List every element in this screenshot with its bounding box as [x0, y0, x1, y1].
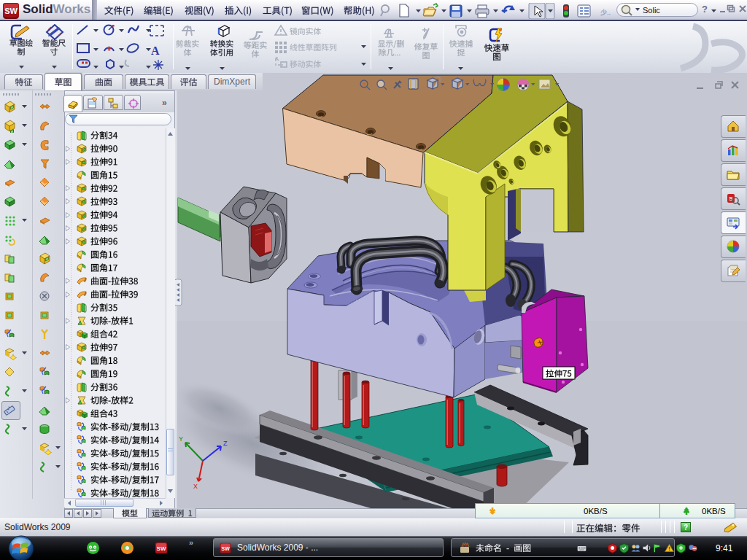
- svg-text:少..: 少..: [600, 9, 611, 16]
- svg-text:!: !: [668, 545, 670, 552]
- svg-text:SW: SW: [4, 7, 18, 15]
- svg-text:SW: SW: [221, 545, 230, 552]
- svg-text:SW: SW: [157, 545, 166, 552]
- svg-text:Solic: Solic: [643, 6, 660, 15]
- svg-text:Y: Y: [179, 435, 183, 443]
- svg-text:X: X: [193, 483, 198, 490]
- svg-text:Z: Z: [223, 440, 228, 447]
- svg-text:A: A: [151, 44, 160, 57]
